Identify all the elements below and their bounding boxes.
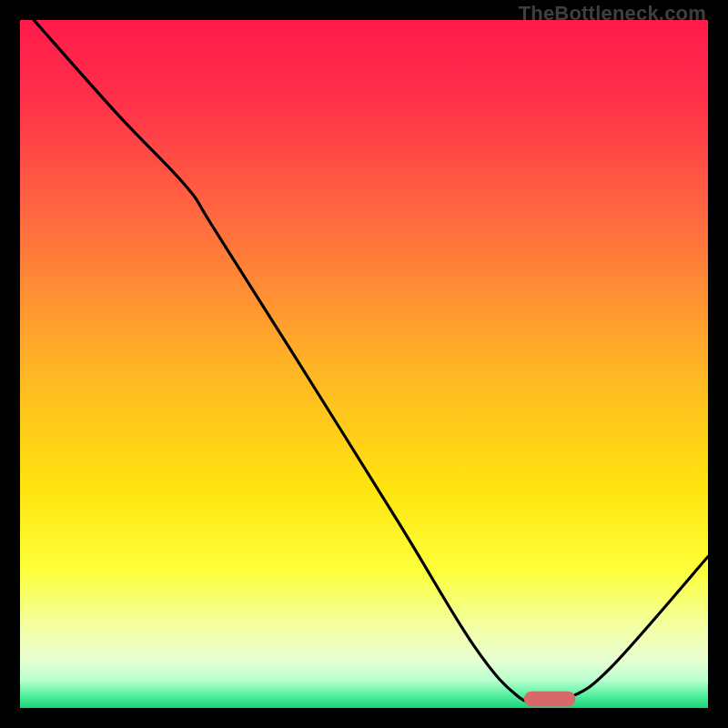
optimal-marker — [524, 692, 576, 707]
bottleneck-curve-chart — [20, 20, 708, 708]
chart-background-gradient — [20, 20, 708, 708]
chart-frame — [20, 20, 708, 708]
